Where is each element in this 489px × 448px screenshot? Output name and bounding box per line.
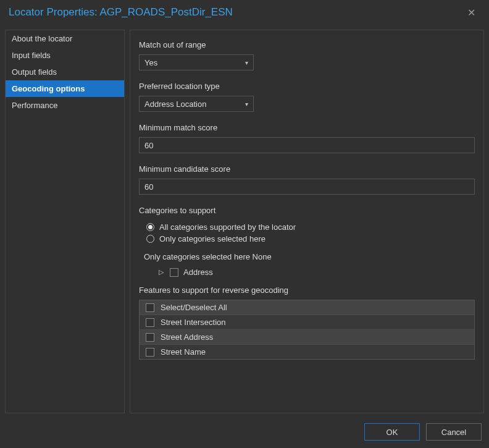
sidebar-item-about[interactable]: About the locator xyxy=(6,30,124,47)
radio-all-categories-label: All categories supported by the locator xyxy=(159,222,296,232)
categories-label: Categories to support xyxy=(139,206,475,215)
reverse-features-label: Features to support for reverse geocodin… xyxy=(139,285,475,295)
categories-radio-group: All categories supported by the locator … xyxy=(139,220,475,248)
radio-only-selected[interactable]: Only categories selected here xyxy=(146,233,475,245)
reverse-features-list: Select/Deselect All Street Intersection … xyxy=(139,300,475,360)
sidebar-item-output-fields[interactable]: Output fields xyxy=(6,64,124,80)
feature-row-street-address[interactable]: Street Address xyxy=(140,330,474,345)
match-out-of-range-select[interactable]: Yes ▾ xyxy=(139,54,254,70)
feature-row-street-intersection[interactable]: Street Intersection xyxy=(140,315,474,330)
feature-row-label: Street Address xyxy=(161,332,213,342)
dialog-title: Locator Properties: AGP_ROADS_PostDir_ES… xyxy=(9,6,462,19)
feature-row-select-all[interactable]: Select/Deselect All xyxy=(140,300,474,315)
radio-icon xyxy=(146,235,154,243)
feature-row-street-name[interactable]: Street Name xyxy=(140,345,474,359)
locator-properties-dialog: Locator Properties: AGP_ROADS_PostDir_ES… xyxy=(0,0,489,448)
category-tree-row[interactable]: ▷ Address xyxy=(159,268,475,277)
sidebar-item-geocoding-options[interactable]: Geocoding options xyxy=(6,80,124,97)
match-out-of-range-label: Match out of range xyxy=(139,40,475,49)
feature-checkbox[interactable] xyxy=(146,333,154,342)
category-checkbox[interactable] xyxy=(170,268,178,277)
dialog-footer: OK Cancel xyxy=(0,418,489,448)
category-tree-label: Address xyxy=(183,268,213,277)
cancel-button[interactable]: Cancel xyxy=(426,423,482,441)
min-candidate-score-input[interactable] xyxy=(139,179,475,195)
feature-row-label: Street Name xyxy=(161,347,206,357)
feature-checkbox[interactable] xyxy=(146,318,154,327)
chevron-down-icon: ▾ xyxy=(245,101,248,108)
feature-row-label: Street Intersection xyxy=(161,318,226,327)
match-out-of-range-value: Yes xyxy=(144,58,157,67)
radio-all-categories[interactable]: All categories supported by the locator xyxy=(146,221,475,233)
preferred-location-type-value: Address Location xyxy=(144,99,206,109)
feature-checkbox[interactable] xyxy=(146,348,154,357)
preferred-location-type-select[interactable]: Address Location ▾ xyxy=(139,96,254,112)
feature-row-label: Select/Deselect All xyxy=(161,303,227,312)
radio-only-selected-label: Only categories selected here xyxy=(159,234,265,243)
feature-checkbox[interactable] xyxy=(146,303,154,312)
dialog-body: About the locator Input fields Output fi… xyxy=(0,25,489,418)
tree-expand-icon[interactable]: ▷ xyxy=(159,268,165,276)
close-icon[interactable]: ✕ xyxy=(462,4,480,21)
categories-sub-label: Only categories selected here None xyxy=(144,252,475,261)
radio-icon xyxy=(146,223,154,231)
min-candidate-score-label: Minimum candidate score xyxy=(139,164,475,174)
sidebar: About the locator Input fields Output fi… xyxy=(5,30,125,413)
min-match-score-input[interactable] xyxy=(139,137,475,153)
titlebar: Locator Properties: AGP_ROADS_PostDir_ES… xyxy=(0,0,489,25)
chevron-down-icon: ▾ xyxy=(245,59,248,66)
sidebar-item-performance[interactable]: Performance xyxy=(6,97,124,114)
ok-button[interactable]: OK xyxy=(364,423,420,441)
min-match-score-label: Minimum match score xyxy=(139,123,475,132)
sidebar-item-input-fields[interactable]: Input fields xyxy=(6,47,124,64)
preferred-location-type-label: Preferred location type xyxy=(139,82,475,91)
main-panel: Match out of range Yes ▾ Preferred locat… xyxy=(130,30,484,413)
